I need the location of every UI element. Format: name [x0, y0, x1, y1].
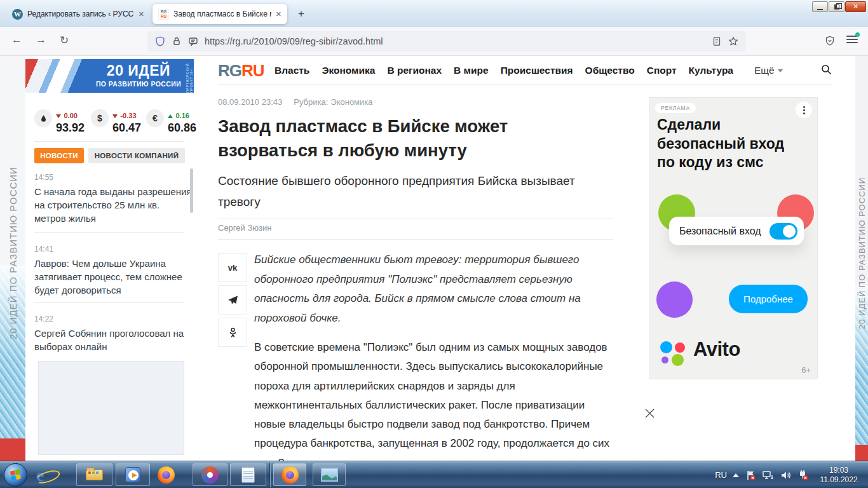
article-lead: Бийские общественники бьют тревогу: терр…: [254, 250, 613, 328]
article-author[interactable]: Сергей Зюзин: [218, 223, 271, 233]
sidebar-banner-20-idey[interactable]: 20 ИДЕЙ ПО РАЗВИТИЮ РОССИИ ПАРТНЕРСКИЙ П…: [25, 59, 194, 93]
media-player-icon: [125, 467, 140, 482]
system-tray: RU 19:03 11.09.2022: [715, 461, 868, 488]
message-icon[interactable]: [188, 36, 198, 46]
nav-v-mire[interactable]: В мире: [454, 65, 489, 76]
safely-remove-usb-icon[interactable]: [797, 470, 809, 481]
tray-expand-arrow[interactable]: [733, 473, 739, 477]
news-time: 14:55: [34, 173, 53, 182]
ad-label: РЕКЛАМА: [655, 103, 696, 113]
news-item[interactable]: С начала года выданы разрешения на строи…: [34, 185, 193, 225]
share-odnoklassniki-button[interactable]: [218, 318, 247, 347]
minimize-button[interactable]: [812, 1, 828, 12]
browser-titlebar: W Редактировать запись ‹ РУССК ✕ RGRU За…: [0, 0, 868, 27]
volume-icon[interactable]: [780, 470, 792, 481]
tab-news[interactable]: НОВОСТИ: [34, 148, 84, 163]
nav-kultura[interactable]: Культура: [689, 65, 733, 76]
news-scrollbar-thumb[interactable]: [190, 168, 193, 213]
nav-vlast[interactable]: Власть: [275, 65, 309, 76]
ad-more-button[interactable]: Подробнее: [729, 285, 808, 313]
rate-oil[interactable]: 0.00 93.92: [34, 109, 85, 135]
notepad-button[interactable]: [230, 463, 266, 486]
rgru-favicon: RGRU: [158, 9, 169, 20]
rgru-logo[interactable]: RGRU: [218, 61, 264, 81]
image-viewer-icon: [321, 468, 338, 482]
tab-title: Завод пластмасс в Бийске мож: [173, 10, 271, 18]
news-item[interactable]: Сергей Собянин проголосовал на выборах о…: [34, 327, 193, 353]
share-vk-button[interactable]: vk: [218, 253, 247, 282]
nav-sport[interactable]: Спорт: [647, 65, 677, 76]
language-indicator[interactable]: RU: [715, 470, 727, 480]
nav-obschestvo[interactable]: Общество: [585, 65, 635, 76]
ad-toggle-label: Безопасный вход: [679, 226, 763, 237]
start-button[interactable]: [4, 463, 27, 487]
article-subtitle: Состояние бывшего оборонного предприятия…: [218, 170, 599, 212]
ad-toggle-switch[interactable]: [770, 223, 797, 240]
news-time: 14:22: [34, 315, 53, 323]
browser-tab-rgru[interactable]: RGRU Завод пластмасс в Бийске мож ✕: [153, 4, 287, 24]
firefox-quicklaunch-button[interactable]: [158, 466, 175, 484]
article-body: В советские времена "Полиэкс" был одним …: [254, 338, 613, 461]
window-controls: ✕: [812, 1, 866, 12]
internet-explorer-button[interactable]: e: [36, 465, 58, 485]
tab-close-icon[interactable]: ✕: [139, 10, 144, 18]
tab-company-news[interactable]: НОВОСТИ КОМПАНИЙ: [88, 148, 185, 163]
menu-hamburger-icon[interactable]: [846, 36, 858, 44]
avito-ad-card[interactable]: РЕКЛАМА Сделали безопасный вход по коду …: [649, 97, 818, 379]
taskbar-clock[interactable]: 19:03 11.09.2022: [815, 466, 863, 485]
ad-headline: Сделали безопасный вход по коду из смс: [657, 116, 794, 172]
news-divider: [34, 302, 184, 303]
rubric-label: Рубрика:: [294, 97, 328, 107]
back-button[interactable]: ←: [11, 34, 22, 46]
pocket-shield-icon[interactable]: [825, 36, 835, 46]
nav-ekonomika[interactable]: Экономика: [322, 65, 375, 76]
url-bar[interactable]: https://rg.ru/2010/09/09/reg-sibir/zavod…: [147, 31, 746, 51]
network-icon[interactable]: [762, 470, 775, 481]
rate-usd[interactable]: $ -0.33 60.47: [91, 109, 141, 135]
rubric-link[interactable]: Экономика: [330, 97, 372, 107]
browser-swirl-button[interactable]: [193, 463, 227, 486]
ad-options-button[interactable]: [796, 102, 812, 118]
avito-brand: Avito: [693, 338, 740, 361]
left-edge-banner: 20 ИДЕЙ ПО РАЗВИТИЮ РОССИИ: [0, 56, 25, 461]
url-text: https://rg.ru/2010/09/09/reg-sibir/zavod…: [205, 36, 705, 46]
media-player-button[interactable]: [116, 463, 150, 486]
nav-more[interactable]: Ещё: [754, 65, 783, 76]
lock-icon[interactable]: [172, 36, 182, 46]
ad-close-icon[interactable]: [644, 408, 655, 419]
article-divider: [218, 219, 613, 219]
nav-proisshestviya[interactable]: Происшествия: [501, 65, 573, 76]
firefox-window-button[interactable]: [273, 463, 306, 486]
vk-icon: vk: [228, 263, 237, 273]
rate-change: -0.33: [120, 112, 136, 119]
action-center-flag-icon[interactable]: [745, 470, 756, 481]
right-edge-banner: 20 ИДЕЙ ПО РАЗВИТИЮ РОССИИ: [855, 56, 868, 461]
tracking-protection-shield-icon[interactable]: [155, 36, 165, 46]
menu-notification-dot: [855, 32, 860, 37]
rate-eur[interactable]: € 0.16 60.86: [146, 109, 196, 135]
share-telegram-button[interactable]: [218, 285, 247, 315]
image-viewer-button[interactable]: [313, 463, 346, 486]
close-button[interactable]: ✕: [845, 1, 866, 12]
rate-change: 0.00: [64, 112, 77, 119]
nav-v-regionah[interactable]: В регионах: [387, 65, 442, 76]
rate-change: 0.16: [175, 112, 189, 119]
wordpress-icon: W: [12, 9, 23, 20]
bookmark-star-icon[interactable]: [728, 36, 738, 46]
browser-tab-wordpress[interactable]: W Редактировать запись ‹ РУССК ✕: [6, 4, 150, 24]
forward-button[interactable]: →: [36, 34, 46, 46]
right-edge-vertical-text: 20 ИДЕЙ ПО РАЗВИТИЮ РОССИИ: [855, 151, 868, 355]
article-divider: [218, 239, 613, 240]
new-tab-button[interactable]: +: [294, 6, 309, 22]
reader-view-icon[interactable]: [712, 36, 722, 46]
tab-close-icon[interactable]: ✕: [276, 10, 281, 18]
news-item[interactable]: Лавров: Чем дольше Украина затягивает пр…: [34, 257, 193, 297]
header-divider: [218, 85, 832, 85]
euro-icon: €: [146, 109, 164, 127]
explorer-button[interactable]: [76, 463, 112, 486]
restore-button[interactable]: [829, 1, 844, 12]
news-time: 14:41: [34, 245, 53, 254]
rate-down-arrow: [112, 114, 118, 118]
search-icon[interactable]: [821, 64, 832, 75]
reload-button[interactable]: ↻: [60, 34, 69, 47]
